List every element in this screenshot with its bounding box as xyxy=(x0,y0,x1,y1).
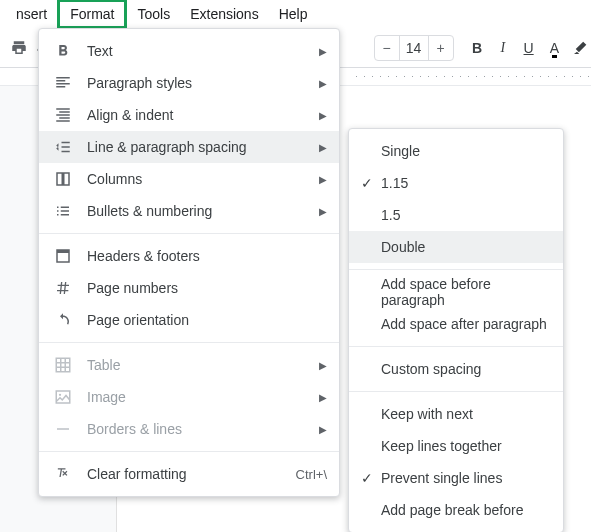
chevron-right-icon: ▶ xyxy=(319,206,327,217)
menu-item-text[interactable]: Text ▶ xyxy=(39,35,339,67)
spacing-option-15[interactable]: 1.5 xyxy=(349,199,563,231)
chevron-right-icon: ▶ xyxy=(319,424,327,435)
chevron-right-icon: ▶ xyxy=(319,174,327,185)
shortcut: Ctrl+\ xyxy=(296,467,327,482)
spacing-option-115[interactable]: ✓ 1.15 xyxy=(349,167,563,199)
separator xyxy=(39,451,339,452)
option-label: Add space before paragraph xyxy=(377,276,551,308)
svg-rect-2 xyxy=(56,358,70,372)
menu-item-page-orientation[interactable]: Page orientation xyxy=(39,304,339,336)
menu-item-clear-formatting[interactable]: Clear formatting Ctrl+\ xyxy=(39,458,339,490)
menu-item-table: Table ▶ xyxy=(39,349,339,381)
option-label: Custom spacing xyxy=(377,361,551,377)
menu-extensions[interactable]: Extensions xyxy=(180,2,268,26)
italic-button[interactable]: I xyxy=(492,34,514,62)
menubar: nsert Format Tools Extensions Help xyxy=(0,0,591,28)
option-label: 1.5 xyxy=(377,207,551,223)
check-icon: ✓ xyxy=(357,175,377,191)
text-color-button[interactable]: A xyxy=(543,34,565,62)
paragraph-icon xyxy=(51,74,75,92)
spacing-option-double[interactable]: Double xyxy=(349,231,563,263)
separator xyxy=(39,342,339,343)
menu-label: Paragraph styles xyxy=(87,75,319,91)
spacing-prevent-single[interactable]: ✓ Prevent single lines xyxy=(349,462,563,494)
svg-rect-1 xyxy=(57,250,69,253)
separator xyxy=(349,269,563,270)
svg-point-4 xyxy=(59,394,61,396)
spacing-keep-together[interactable]: Keep lines together xyxy=(349,430,563,462)
menu-item-headers-footers[interactable]: Headers & footers xyxy=(39,240,339,272)
option-label: Double xyxy=(377,239,551,255)
option-label: Keep lines together xyxy=(377,438,551,454)
menu-label: Bullets & numbering xyxy=(87,203,319,219)
spacing-page-break-before[interactable]: Add page break before xyxy=(349,494,563,526)
spacing-custom[interactable]: Custom spacing xyxy=(349,353,563,385)
columns-icon xyxy=(51,170,75,188)
menu-label: Line & paragraph spacing xyxy=(87,139,319,155)
chevron-right-icon: ▶ xyxy=(319,78,327,89)
line-spacing-submenu: Single ✓ 1.15 1.5 Double Add space befor… xyxy=(348,128,564,532)
separator xyxy=(39,233,339,234)
bullets-icon xyxy=(51,202,75,220)
chevron-right-icon: ▶ xyxy=(319,142,327,153)
bold-button[interactable]: B xyxy=(466,34,488,62)
menu-insert[interactable]: nsert xyxy=(6,2,57,26)
menu-label: Text xyxy=(87,43,319,59)
table-icon xyxy=(51,356,75,374)
line-spacing-icon xyxy=(51,138,75,156)
font-size-control: − 14 + xyxy=(374,35,454,61)
option-label: Add page break before xyxy=(377,502,551,518)
menu-help[interactable]: Help xyxy=(269,2,318,26)
option-label: Prevent single lines xyxy=(377,470,551,486)
clear-format-icon xyxy=(51,465,75,483)
spacing-keep-with-next[interactable]: Keep with next xyxy=(349,398,563,430)
menu-label: Clear formatting xyxy=(87,466,296,482)
print-icon[interactable] xyxy=(8,34,30,62)
menu-label: Headers & footers xyxy=(87,248,327,264)
option-label: 1.15 xyxy=(377,175,551,191)
menu-label: Borders & lines xyxy=(87,421,319,437)
align-icon xyxy=(51,106,75,124)
menu-item-image: Image ▶ xyxy=(39,381,339,413)
spacing-add-after[interactable]: Add space after paragraph xyxy=(349,308,563,340)
chevron-right-icon: ▶ xyxy=(319,392,327,403)
menu-format[interactable]: Format xyxy=(57,0,127,29)
menu-item-page-numbers[interactable]: Page numbers xyxy=(39,272,339,304)
menu-item-line-spacing[interactable]: Line & paragraph spacing ▶ xyxy=(39,131,339,163)
separator xyxy=(349,391,563,392)
menu-label: Align & indent xyxy=(87,107,319,123)
menu-item-bullets[interactable]: Bullets & numbering ▶ xyxy=(39,195,339,227)
image-icon xyxy=(51,388,75,406)
underline-button[interactable]: U xyxy=(518,34,540,62)
menu-item-columns[interactable]: Columns ▶ xyxy=(39,163,339,195)
menu-label: Page numbers xyxy=(87,280,327,296)
rotate-icon xyxy=(51,311,75,329)
chevron-right-icon: ▶ xyxy=(319,360,327,371)
menu-item-borders: Borders & lines ▶ xyxy=(39,413,339,445)
hash-icon xyxy=(51,280,75,296)
format-menu-dropdown: Text ▶ Paragraph styles ▶ Align & indent… xyxy=(38,28,340,497)
menu-label: Image xyxy=(87,389,319,405)
check-icon: ✓ xyxy=(357,470,377,486)
separator xyxy=(349,346,563,347)
headers-icon xyxy=(51,247,75,265)
menu-label: Columns xyxy=(87,171,319,187)
option-label: Single xyxy=(377,143,551,159)
spacing-add-before[interactable]: Add space before paragraph xyxy=(349,276,563,308)
menu-item-align-indent[interactable]: Align & indent ▶ xyxy=(39,99,339,131)
option-label: Keep with next xyxy=(377,406,551,422)
menu-item-paragraph-styles[interactable]: Paragraph styles ▶ xyxy=(39,67,339,99)
font-size-value[interactable]: 14 xyxy=(399,36,429,60)
line-icon xyxy=(51,420,75,438)
bold-icon xyxy=(51,42,75,60)
chevron-right-icon: ▶ xyxy=(319,46,327,57)
font-size-decrease[interactable]: − xyxy=(375,40,399,56)
chevron-right-icon: ▶ xyxy=(319,110,327,121)
highlight-color-button[interactable] xyxy=(569,34,591,62)
menu-label: Table xyxy=(87,357,319,373)
font-size-increase[interactable]: + xyxy=(429,40,453,56)
menu-label: Page orientation xyxy=(87,312,327,328)
option-label: Add space after paragraph xyxy=(377,316,551,332)
spacing-option-single[interactable]: Single xyxy=(349,135,563,167)
menu-tools[interactable]: Tools xyxy=(127,2,180,26)
